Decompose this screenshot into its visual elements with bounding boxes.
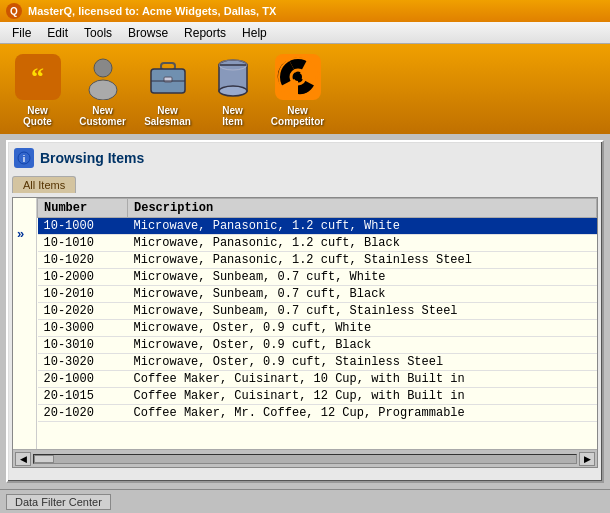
table-row[interactable]: 10-2020Microwave, Sunbeam, 0.7 cuft, Sta… bbox=[38, 303, 597, 320]
title-text: MasterQ, licensed to: Acme Widgets, Dall… bbox=[28, 5, 276, 17]
new-competitor-label: New Competitor bbox=[271, 105, 324, 127]
menu-browse[interactable]: Browse bbox=[120, 24, 176, 42]
cell-description: Microwave, Oster, 0.9 cuft, Stainless St… bbox=[128, 354, 597, 371]
app-icon: Q bbox=[6, 3, 22, 19]
quote-icon: “ bbox=[15, 54, 61, 100]
new-competitor-icon-wrap bbox=[272, 51, 324, 103]
title-bar: Q MasterQ, licensed to: Acme Widgets, Da… bbox=[0, 0, 610, 22]
browse-title: Browsing Items bbox=[40, 150, 144, 166]
toolbar: “ New Quote New Customer bbox=[0, 44, 610, 134]
browse-header: i Browsing Items bbox=[12, 146, 598, 170]
h-scrollbar[interactable]: ◀ ▶ bbox=[13, 449, 597, 467]
cell-description: Coffee Maker, Cuisinart, 12 Cup, with Bu… bbox=[128, 388, 597, 405]
table-wrapper[interactable]: Number Description 10-1000Microwave, Pan… bbox=[37, 198, 597, 429]
new-quote-label: New Quote bbox=[23, 105, 52, 127]
new-item-icon-wrap bbox=[207, 51, 259, 103]
new-customer-button[interactable]: New Customer bbox=[75, 51, 130, 127]
scroll-track[interactable] bbox=[33, 454, 577, 464]
table-row[interactable]: 20-1020Coffee Maker, Mr. Coffee, 12 Cup,… bbox=[38, 405, 597, 422]
table-row[interactable]: 20-1000Coffee Maker, Cuisinart, 10 Cup, … bbox=[38, 371, 597, 388]
table-container: » Number Description 10-1000Microwave, P… bbox=[12, 197, 598, 468]
browse-panel: i Browsing Items All Items » Nu bbox=[6, 140, 604, 483]
table-row[interactable]: 10-3020Microwave, Oster, 0.9 cuft, Stain… bbox=[38, 354, 597, 371]
cell-number: 20-1015 bbox=[38, 388, 128, 405]
competitor-icon bbox=[275, 54, 321, 100]
menu-file[interactable]: File bbox=[4, 24, 39, 42]
menu-help[interactable]: Help bbox=[234, 24, 275, 42]
tab-all-items[interactable]: All Items bbox=[12, 176, 76, 193]
svg-point-1 bbox=[89, 80, 117, 100]
browse-icon: i bbox=[14, 148, 34, 168]
cell-description: Microwave, Sunbeam, 0.7 cuft, Stainless … bbox=[128, 303, 597, 320]
new-customer-icon-wrap bbox=[77, 51, 129, 103]
cell-description: Microwave, Sunbeam, 0.7 cuft, Black bbox=[128, 286, 597, 303]
cell-description: Microwave, Panasonic, 1.2 cuft, White bbox=[128, 218, 597, 235]
table-row[interactable]: 10-2000Microwave, Sunbeam, 0.7 cuft, Whi… bbox=[38, 269, 597, 286]
col-number: Number bbox=[38, 199, 128, 218]
table-row[interactable]: 10-1000Microwave, Panasonic, 1.2 cuft, W… bbox=[38, 218, 597, 235]
cell-description: Microwave, Panasonic, 1.2 cuft, Stainles… bbox=[128, 252, 597, 269]
col-description: Description bbox=[128, 199, 597, 218]
scroll-right-btn[interactable]: ▶ bbox=[579, 452, 595, 466]
cell-number: 20-1020 bbox=[38, 405, 128, 422]
svg-point-0 bbox=[94, 59, 112, 77]
new-salesman-label: New Salesman bbox=[144, 105, 191, 127]
new-competitor-button[interactable]: New Competitor bbox=[270, 51, 325, 127]
new-customer-label: New Customer bbox=[79, 105, 126, 127]
cell-description: Microwave, Panasonic, 1.2 cuft, Black bbox=[128, 235, 597, 252]
cell-number: 10-2010 bbox=[38, 286, 128, 303]
cell-number: 10-1020 bbox=[38, 252, 128, 269]
table-row[interactable]: 20-1015Coffee Maker, Cuisinart, 12 Cup, … bbox=[38, 388, 597, 405]
salesman-icon bbox=[145, 54, 191, 100]
svg-point-8 bbox=[219, 86, 247, 96]
cell-number: 10-2020 bbox=[38, 303, 128, 320]
cell-description: Coffee Maker, Cuisinart, 10 Cup, with Bu… bbox=[128, 371, 597, 388]
table-row[interactable]: 10-2010Microwave, Sunbeam, 0.7 cuft, Bla… bbox=[38, 286, 597, 303]
item-icon bbox=[210, 54, 256, 100]
menu-reports[interactable]: Reports bbox=[176, 24, 234, 42]
new-item-button[interactable]: New Item bbox=[205, 51, 260, 127]
customer-icon bbox=[80, 54, 126, 100]
scroll-thumb[interactable] bbox=[34, 455, 54, 463]
status-bar: Data Filter Center bbox=[0, 489, 610, 513]
cell-number: 10-3000 bbox=[38, 320, 128, 337]
table-row[interactable]: 10-3000Microwave, Oster, 0.9 cuft, White bbox=[38, 320, 597, 337]
table-row[interactable]: 10-3010Microwave, Oster, 0.9 cuft, Black bbox=[38, 337, 597, 354]
main-content: i Browsing Items All Items » Nu bbox=[0, 134, 610, 489]
cell-number: 10-1000 bbox=[38, 218, 128, 235]
cell-description: Coffee Maker, Mr. Coffee, 12 Cup, Progra… bbox=[128, 405, 597, 422]
items-table: Number Description 10-1000Microwave, Pan… bbox=[37, 198, 597, 422]
new-salesman-icon-wrap bbox=[142, 51, 194, 103]
menu-bar: File Edit Tools Browse Reports Help bbox=[0, 22, 610, 44]
cell-number: 10-2000 bbox=[38, 269, 128, 286]
new-quote-button[interactable]: “ New Quote bbox=[10, 51, 65, 127]
cell-number: 20-1000 bbox=[38, 371, 128, 388]
svg-text:i: i bbox=[23, 154, 26, 164]
cell-description: Microwave, Sunbeam, 0.7 cuft, White bbox=[128, 269, 597, 286]
cell-number: 10-1010 bbox=[38, 235, 128, 252]
menu-tools[interactable]: Tools bbox=[76, 24, 120, 42]
scroll-left-btn[interactable]: ◀ bbox=[15, 452, 31, 466]
data-filter-center: Data Filter Center bbox=[6, 494, 111, 510]
menu-edit[interactable]: Edit bbox=[39, 24, 76, 42]
cell-description: Microwave, Oster, 0.9 cuft, Black bbox=[128, 337, 597, 354]
table-row[interactable]: 10-1010Microwave, Panasonic, 1.2 cuft, B… bbox=[38, 235, 597, 252]
cell-number: 10-3010 bbox=[38, 337, 128, 354]
cell-number: 10-3020 bbox=[38, 354, 128, 371]
new-item-label: New Item bbox=[222, 105, 243, 127]
row-arrow-indicator: » bbox=[17, 226, 36, 242]
cell-description: Microwave, Oster, 0.9 cuft, White bbox=[128, 320, 597, 337]
tab-area: All Items bbox=[12, 176, 598, 193]
new-quote-icon-wrap: “ bbox=[12, 51, 64, 103]
table-row[interactable]: 10-1020Microwave, Panasonic, 1.2 cuft, S… bbox=[38, 252, 597, 269]
new-salesman-button[interactable]: New Salesman bbox=[140, 51, 195, 127]
